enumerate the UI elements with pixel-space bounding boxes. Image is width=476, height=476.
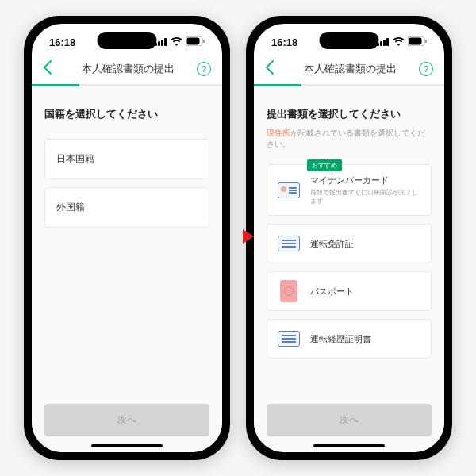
doc-title: 運転免許証 [310, 238, 421, 250]
subtitle-rest: が記載されている書類を選択してください。 [267, 129, 425, 148]
content-area: 提出書類を選択してください 現住所が記載されている書類を選択してください。 おす… [254, 86, 444, 394]
option-label: 日本国籍 [56, 153, 94, 164]
next-button[interactable]: 次へ [44, 404, 209, 436]
subtitle-highlight: 現住所 [267, 129, 290, 137]
dynamic-island [320, 32, 379, 49]
back-button[interactable] [43, 60, 59, 79]
doc-option-license[interactable]: 運転免許証 [267, 224, 432, 263]
recommended-badge: おすすめ [307, 159, 342, 171]
doc-option-driving-history[interactable]: 運転経歴証明書 [267, 319, 432, 359]
doc-title: パスポート [310, 286, 421, 298]
nationality-option-foreign[interactable]: 外国籍 [44, 187, 209, 228]
section-title: 国籍を選択してください [44, 107, 209, 121]
mynumber-card-icon [277, 181, 301, 200]
passport-icon [277, 282, 301, 301]
battery-icon [408, 36, 427, 48]
svg-rect-6 [203, 40, 205, 43]
progress-bar [254, 84, 444, 86]
progress-bar [32, 84, 222, 86]
nav-bar: 本人確認書類の提出 ? [254, 54, 444, 84]
content-area: 国籍を選択してください 日本国籍 外国籍 [32, 86, 222, 394]
section-title: 提出書類を選択してください [267, 107, 432, 121]
doc-info: パスポート [310, 286, 421, 298]
doc-info: 運転免許証 [310, 238, 421, 250]
doc-option-mynumber[interactable]: おすすめ マイナンバーカード 最短で提出後すぐに口座開設が完了します [267, 164, 432, 216]
status-icons [155, 36, 205, 48]
svg-rect-9 [383, 40, 386, 46]
status-icons [377, 36, 427, 48]
driving-history-icon [277, 329, 301, 348]
nav-title: 本人確認書類の提出 [304, 62, 397, 76]
dynamic-island [98, 32, 157, 49]
doc-title: マイナンバーカード [310, 175, 421, 186]
battery-icon [186, 36, 205, 48]
next-button[interactable]: 次へ [267, 404, 432, 436]
phone-right: 16:18 本人確認書類の提出 ? [246, 16, 452, 460]
help-button[interactable]: ? [197, 62, 211, 76]
phone-left: 16:18 本人確認書類の提出 ? [24, 16, 230, 460]
svg-rect-8 [380, 41, 382, 46]
nationality-option-japan[interactable]: 日本国籍 [44, 139, 209, 179]
doc-title: 運転経歴証明書 [310, 333, 421, 345]
doc-option-passport[interactable]: パスポート [267, 271, 432, 311]
svg-rect-1 [158, 41, 160, 46]
svg-rect-2 [161, 40, 163, 46]
section-subtitle: 現住所が記載されている書類を選択してください。 [267, 128, 432, 150]
home-indicator[interactable] [313, 444, 385, 447]
wifi-icon [393, 36, 405, 48]
option-label: 外国籍 [56, 202, 85, 213]
home-indicator[interactable] [91, 444, 163, 447]
license-icon [277, 234, 301, 253]
signal-icon [377, 36, 390, 48]
screen-right: 16:18 本人確認書類の提出 ? [254, 24, 444, 452]
doc-info: マイナンバーカード 最短で提出後すぐに口座開設が完了します [310, 175, 421, 205]
progress-fill [254, 84, 301, 86]
help-button[interactable]: ? [419, 62, 433, 76]
status-time: 16:18 [271, 36, 298, 48]
svg-rect-3 [164, 38, 167, 46]
svg-rect-5 [187, 37, 200, 44]
status-time: 16:18 [49, 36, 75, 48]
screen-left: 16:18 本人確認書類の提出 ? [32, 24, 222, 452]
progress-fill [32, 84, 79, 86]
nav-bar: 本人確認書類の提出 ? [32, 54, 222, 84]
nav-title: 本人確認書類の提出 [82, 62, 175, 76]
back-button[interactable] [265, 60, 281, 79]
doc-info: 運転経歴証明書 [310, 333, 421, 345]
svg-rect-12 [409, 37, 422, 44]
doc-desc: 最短で提出後すぐに口座開設が完了します [310, 188, 421, 205]
svg-rect-13 [425, 40, 427, 43]
svg-rect-10 [386, 38, 389, 46]
signal-icon [155, 36, 167, 48]
wifi-icon [171, 36, 182, 48]
transition-arrow-icon [222, 226, 254, 250]
